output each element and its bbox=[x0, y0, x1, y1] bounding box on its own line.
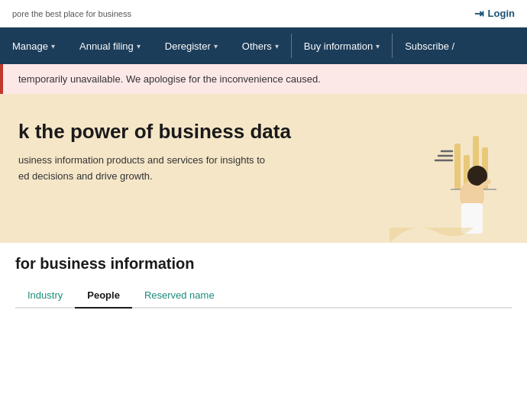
nav-item-annual-filing[interactable]: Annual filing ▾ bbox=[67, 27, 153, 64]
login-button[interactable]: ⇥ Login bbox=[474, 7, 515, 21]
nav-label-buy-information: Buy information bbox=[304, 40, 373, 52]
hero-content: k the power of business data usiness inf… bbox=[18, 117, 370, 185]
login-icon: ⇥ bbox=[474, 7, 484, 21]
alert-banner: temporarily unavailable. We apologise fo… bbox=[0, 64, 527, 94]
hero-subtitle: usiness information products and service… bbox=[18, 153, 370, 185]
tab-industry[interactable]: Industry bbox=[15, 283, 75, 309]
nav-item-deregister[interactable]: Deregister ▾ bbox=[153, 27, 230, 64]
chevron-down-icon: ▾ bbox=[275, 42, 279, 50]
tab-people-label: People bbox=[87, 289, 120, 301]
top-bar: pore the best place for business ⇥ Login bbox=[0, 0, 527, 27]
hero-section: k the power of business data usiness inf… bbox=[0, 94, 527, 243]
chevron-down-icon: ▾ bbox=[376, 42, 380, 50]
nav-label-deregister: Deregister bbox=[165, 40, 211, 52]
tagline: pore the best place for business bbox=[12, 9, 131, 18]
nav-label-manage: Manage bbox=[12, 40, 48, 52]
nav-item-manage[interactable]: Manage ▾ bbox=[0, 27, 67, 64]
chevron-down-icon: ▾ bbox=[51, 42, 55, 50]
svg-rect-0 bbox=[454, 144, 461, 189]
search-section: for business information Industry People… bbox=[0, 243, 527, 315]
tab-reserved-name[interactable]: Reserved name bbox=[132, 283, 227, 309]
tab-people[interactable]: People bbox=[75, 283, 132, 309]
hero-title-text: k the power of business data bbox=[18, 120, 291, 143]
chevron-down-icon: ▾ bbox=[137, 42, 141, 50]
search-section-title: for business information bbox=[15, 255, 512, 273]
hero-title: k the power of business data bbox=[18, 120, 370, 144]
tab-reserved-name-label: Reserved name bbox=[144, 289, 215, 301]
nav-item-others[interactable]: Others ▾ bbox=[230, 27, 291, 64]
login-label: Login bbox=[488, 8, 515, 19]
hero-subtitle-line2: ed decisions and drive growth. bbox=[18, 170, 153, 182]
navigation-bar: Manage ▾ Annual filing ▾ Deregister ▾ Ot… bbox=[0, 27, 527, 64]
nav-item-buy-information[interactable]: Buy information ▾ bbox=[292, 27, 392, 64]
hero-subtitle-line1: usiness information products and service… bbox=[18, 154, 265, 166]
nav-item-subscribe[interactable]: Subscribe / bbox=[393, 27, 467, 64]
nav-label-subscribe: Subscribe / bbox=[405, 40, 454, 52]
hero-illustration bbox=[374, 94, 527, 243]
tab-industry-label: Industry bbox=[27, 289, 63, 301]
nav-label-others: Others bbox=[242, 40, 272, 52]
nav-label-annual-filing: Annual filing bbox=[79, 40, 134, 52]
tab-bar: Industry People Reserved name bbox=[15, 283, 512, 309]
chevron-down-icon: ▾ bbox=[214, 42, 218, 50]
alert-message: temporarily unavailable. We apologise fo… bbox=[18, 73, 321, 85]
hero-graphic bbox=[390, 113, 512, 243]
